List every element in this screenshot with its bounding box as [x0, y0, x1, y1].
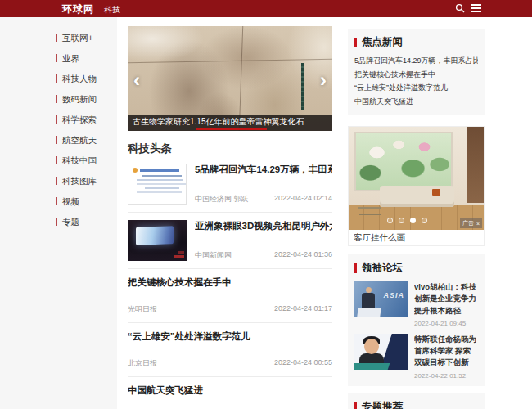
focus-news-link[interactable]: 把关键核心技术握在手中 — [354, 68, 478, 82]
news-item-body: 5品牌召回汽车14.29万辆，丰田系占比97.20% 中国经济网 郭跃 2022… — [195, 164, 332, 204]
forum-thumbnail-portrait — [354, 334, 408, 370]
wall-panel — [467, 127, 484, 203]
headlines-section-title: 科技头条 — [128, 142, 332, 156]
ad-dot[interactable] — [387, 218, 393, 223]
sidebar-item-label: 数码新闻 — [62, 94, 97, 104]
news-meta: 中国经济网 郭跃 2022-04-24 02:14 — [195, 194, 332, 204]
carousel-progress — [196, 128, 267, 130]
sidebar-item-internet[interactable]: 互联网+ — [0, 28, 117, 48]
sofa — [380, 186, 454, 207]
side-table — [358, 207, 381, 209]
cushion — [432, 189, 440, 196]
sidebar-item-science[interactable]: 科学探索 — [0, 110, 117, 130]
ad-close-icon[interactable]: × — [476, 221, 480, 227]
ad-dot[interactable] — [399, 218, 404, 223]
sidebar-menu: 互联网+ 业界 科技人物 数码新闻 科学探索 航空航天 科技中国 科技图库 视频… — [0, 28, 117, 232]
menu-icon[interactable] — [471, 4, 481, 12]
news-time: 2022-04-24 02:14 — [274, 194, 332, 204]
document-seal-icon — [133, 168, 138, 173]
header-icons — [455, 3, 481, 13]
carousel-next-button[interactable]: › — [320, 70, 327, 90]
main-column: 古生物学家研究1.15亿年前的皇帝雷神翼龙化石 ‹ › 科技头条 5品牌召回汽车… — [128, 26, 332, 409]
forum-item-body: 特斯联任命杨旸为首席科学家 探索双碳目标下创新 2022-04-22 01:52 — [414, 334, 478, 380]
focus-news-header: 焦点新闻 — [354, 35, 478, 49]
item-marker — [56, 197, 57, 205]
topic-recommend-card: 专题推荐 冰雪科技 冰雪科技 2021-12-22 08:21 — [348, 393, 485, 409]
sidebar-item-label: 航空航天 — [62, 135, 97, 145]
speaker-figure — [366, 287, 372, 293]
section-marker — [354, 402, 357, 409]
sidebar-item-industry[interactable]: 业界 — [0, 48, 117, 69]
forum-item[interactable]: ASIA vivo胡柏山：科技创新是企业竞争力提升根本路径 2022-04-21… — [354, 281, 478, 327]
item-marker — [56, 54, 57, 62]
ad-image[interactable]: 广告 × — [349, 127, 484, 230]
forum-item-time: 2022-04-21 09:45 — [414, 320, 478, 327]
ad-dot-active[interactable] — [410, 218, 416, 223]
site-logo[interactable]: 环球网 — [62, 2, 94, 16]
news-item[interactable]: 中国航天突飞猛进 北京日报 2022-04-24 00:52 — [128, 377, 332, 409]
item-marker — [56, 74, 57, 83]
focus-news-link[interactable]: 中国航天突飞猛进 — [354, 95, 478, 109]
forum-item[interactable]: 特斯联任命杨旸为首席科学家 探索双碳目标下创新 2022-04-22 01:52 — [354, 334, 478, 380]
news-item-body: 亚洲象裸眼3D视频亮相昆明户外大屏 中国新闻网 2022-04-24 01:36 — [195, 220, 332, 261]
ad-banner[interactable]: 广告 × 客厅挂什么画 — [348, 126, 485, 246]
news-title[interactable]: 5品牌召回汽车14.29万辆，丰田系占比97.20% — [195, 164, 332, 176]
news-title[interactable]: “云上雄安”处处洋溢数字范儿 — [128, 330, 332, 343]
sidebar-item-label: 互联网+ — [62, 33, 93, 43]
fossil-ruler — [301, 63, 304, 110]
led-screen — [136, 226, 174, 245]
sidebar-item-label: 科技人物 — [62, 74, 97, 83]
channel-label[interactable]: 科技 — [97, 4, 120, 16]
news-item[interactable]: 亚洲象裸眼3D视频亮相昆明户外大屏 中国新闻网 2022-04-24 01:36 — [128, 213, 332, 269]
forum-item-body: vivo胡柏山：科技创新是企业竞争力提升根本路径 2022-04-21 09:4… — [414, 281, 478, 327]
carousel-prev-button[interactable]: ‹ — [133, 70, 140, 90]
right-column: 焦点新闻 5品牌召回汽车14.29万辆，丰田系占比97.20% 把关键核心技术握… — [348, 29, 485, 409]
item-marker — [56, 177, 57, 185]
item-marker — [56, 115, 57, 124]
focus-news-list: 5品牌召回汽车14.29万辆，丰田系占比97.20% 把关键核心技术握在手中 “… — [354, 54, 478, 108]
ad-dot[interactable] — [422, 218, 427, 223]
news-item[interactable]: “云上雄安”处处洋溢数字范儿 北京日报 2022-04-24 00:55 — [128, 323, 332, 377]
news-time: 2022-04-24 01:17 — [274, 304, 332, 315]
sidebar-item-aerospace[interactable]: 航空航天 — [0, 130, 117, 151]
news-title[interactable]: 把关键核心技术握在手中 — [128, 276, 332, 289]
sidebar-item-video[interactable]: 视频 — [0, 191, 117, 212]
sidebar-item-digital-news[interactable]: 数码新闻 — [0, 89, 117, 110]
sidebar-item-tech-gallery[interactable]: 科技图库 — [0, 171, 117, 191]
ad-caption-link[interactable]: 客厅挂什么画 — [349, 230, 484, 245]
news-title[interactable]: 亚洲象裸眼3D视频亮相昆明户外大屏 — [195, 220, 332, 232]
document-header — [140, 169, 179, 172]
topic-recommend-title: 专题推荐 — [362, 400, 403, 409]
news-meta: 中国新闻网 2022-04-24 01:36 — [195, 250, 332, 261]
forum-item-title[interactable]: vivo胡柏山：科技创新是企业竞争力提升根本路径 — [414, 281, 478, 317]
news-source: 中国新闻网 — [195, 250, 232, 261]
leader-forum-title: 领袖论坛 — [362, 261, 403, 275]
item-marker — [56, 34, 57, 42]
news-item[interactable]: 把关键核心技术握在手中 光明日报 2022-04-24 01:17 — [128, 269, 332, 323]
news-source: 北京日报 — [128, 358, 157, 369]
sidebar-item-label: 业界 — [62, 53, 79, 63]
forum-item-title[interactable]: 特斯联任命杨旸为首席科学家 探索双碳目标下创新 — [414, 334, 478, 369]
focus-news-link[interactable]: 5品牌召回汽车14.29万辆，丰田系占比97.20% — [354, 54, 478, 68]
news-source: 光明日报 — [128, 304, 157, 315]
focus-news-link[interactable]: “云上雄安”处处洋溢数字范儿 — [354, 81, 478, 95]
leader-forum-header: 领袖论坛 — [354, 261, 478, 275]
sidebar-item-tech-people[interactable]: 科技人物 — [0, 69, 117, 89]
lotus-painting — [354, 132, 453, 191]
sidebar-item-topics[interactable]: 专题 — [0, 212, 117, 232]
section-marker — [354, 263, 357, 273]
forum-item-time: 2022-04-22 01:52 — [414, 372, 478, 380]
news-item[interactable]: 5品牌召回汽车14.29万辆，丰田系占比97.20% 中国经济网 郭跃 2022… — [128, 156, 332, 213]
section-marker — [354, 38, 357, 47]
sidebar-item-label: 专题 — [62, 217, 79, 227]
page: 环球网 科技 互联网+ 业界 科技人物 数码新闻 科学探索 航空航天 科技中国 … — [0, 0, 532, 409]
news-meta: 光明日报 2022-04-24 01:17 — [128, 304, 332, 315]
focus-news-title: 焦点新闻 — [362, 35, 403, 49]
news-source: 中国经济网 郭跃 — [195, 194, 249, 204]
hero-carousel[interactable]: 古生物学家研究1.15亿年前的皇帝雷神翼龙化石 ‹ › — [128, 26, 332, 131]
news-title[interactable]: 中国航天突飞猛进 — [128, 384, 332, 397]
asia-watermark: ASIA — [383, 291, 404, 299]
search-icon[interactable] — [455, 3, 465, 13]
sidebar-item-tech-china[interactable]: 科技中国 — [0, 151, 117, 171]
news-time: 2022-04-24 01:36 — [274, 250, 332, 261]
